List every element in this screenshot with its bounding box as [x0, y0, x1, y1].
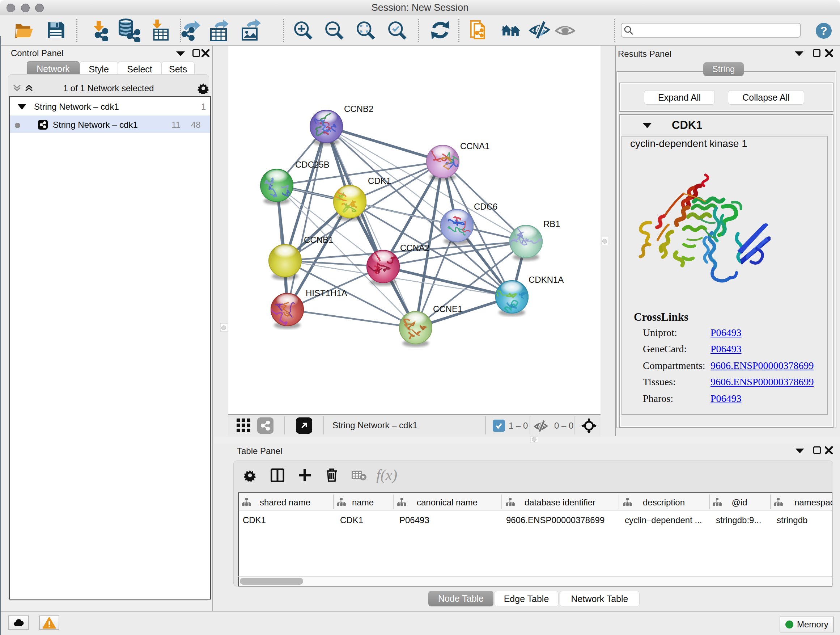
svg-text:CDC25B: CDC25B: [295, 160, 330, 169]
svg-text:CCNA1: CCNA1: [460, 141, 489, 151]
svg-text:RB1: RB1: [543, 219, 561, 229]
svg-text:HIST1H1A: HIST1H1A: [306, 288, 347, 298]
svg-text:CCNA2: CCNA2: [400, 243, 429, 253]
svg-text:CDC6: CDC6: [474, 202, 497, 211]
svg-text:CDKN1A: CDKN1A: [529, 275, 564, 285]
svg-text:CCNE1: CCNE1: [433, 304, 462, 314]
svg-text:CCNB1: CCNB1: [304, 235, 333, 245]
svg-text:CDK1: CDK1: [368, 176, 391, 186]
svg-text:CCNB2: CCNB2: [344, 104, 373, 114]
